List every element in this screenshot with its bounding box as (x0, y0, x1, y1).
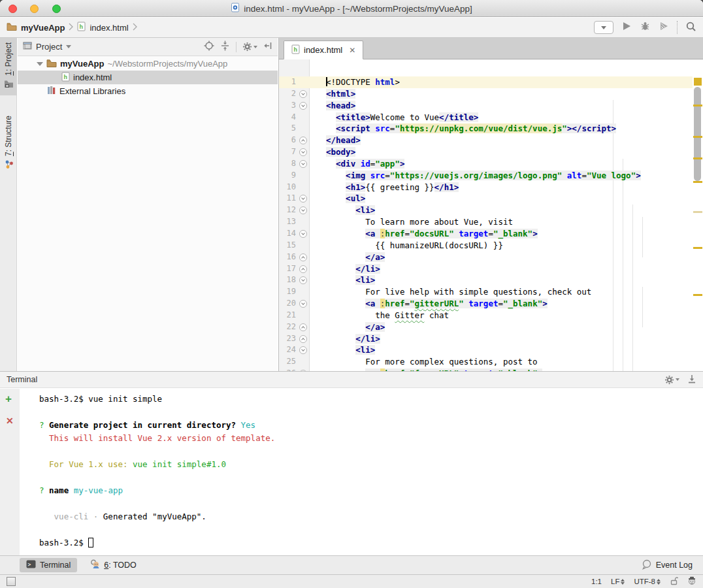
code-line[interactable]: 6</head> (279, 135, 693, 146)
fold-expand-icon[interactable] (299, 346, 307, 354)
editor-tab-bar: h index.html ✕ (278, 38, 703, 59)
scrollbar-warning-tick[interactable] (693, 105, 702, 106)
code-line[interactable]: 13 To learn more about Vue, visit (279, 216, 693, 228)
code-line[interactable]: 9 <img src="https://vuejs.org/images/log… (279, 170, 693, 182)
code-line[interactable]: 7<body> (279, 146, 693, 158)
line-number: 14 (279, 228, 296, 240)
code-line[interactable]: 11 <ul> (279, 193, 693, 204)
fold-collapse-icon[interactable] (299, 253, 307, 261)
chevron-down-icon (253, 46, 257, 48)
terminal-output[interactable]: bash-3.2$ vue init simple ? Generate pro… (20, 389, 703, 555)
gear-icon[interactable] (664, 375, 679, 385)
titlebar[interactable]: index.html - myVueApp - [~/WebstormProje… (0, 0, 703, 17)
editor-scrollbar[interactable] (693, 59, 703, 371)
code-line[interactable]: 17 </li> (279, 263, 693, 275)
close-session-icon[interactable]: ✕ (6, 416, 14, 426)
breadcrumb-project[interactable]: myVueApp (21, 23, 65, 33)
svg-text:>: > (28, 562, 31, 568)
event-log-button[interactable]: Event Log (641, 559, 693, 572)
toolwindow-quick-access-icon[interactable] (7, 577, 16, 586)
lock-icon[interactable] (670, 576, 678, 587)
scrollbar-warning-tick[interactable] (693, 247, 702, 249)
fold-collapse-icon[interactable] (299, 335, 307, 343)
fold-expand-icon[interactable] (299, 195, 307, 203)
caret-position[interactable]: 1:1 (591, 578, 602, 585)
project-tool-icon (4, 79, 14, 91)
code-line[interactable]: 20 <a :href="gitterURL" target="_blank"> (279, 298, 693, 310)
code-line[interactable]: 22 </a> (279, 321, 693, 333)
tool-window-structure[interactable]: 7: Structure (0, 111, 17, 176)
code-line[interactable]: 4 <title>Welcome to Vue</title> (279, 112, 693, 123)
svg-text:h: h (64, 74, 68, 80)
code-line[interactable]: 14 <a :href="docsURL" target="_blank"> (279, 228, 693, 240)
inspection-status-square[interactable] (694, 78, 702, 86)
tree-row-external-libraries[interactable]: External Libraries (18, 84, 278, 98)
new-session-icon[interactable]: + (5, 393, 12, 406)
editor-tab-index-html[interactable]: h index.html ✕ (284, 41, 363, 59)
inspection-profile-icon[interactable] (687, 576, 696, 587)
line-separator-selector[interactable]: LF (611, 578, 625, 585)
fold-expand-icon[interactable] (299, 276, 307, 284)
code-lines[interactable]: 1<!DOCTYPE html>2<html>3<head>4 <title>W… (279, 76, 693, 371)
coverage-icon[interactable] (659, 21, 669, 34)
chevron-down-icon (66, 45, 71, 48)
code-editor[interactable]: 1<!DOCTYPE html>2<html>3<head>4 <title>W… (278, 59, 703, 371)
code-line[interactable]: 12 <li> (279, 204, 693, 216)
tool-window-project[interactable]: 1: Project (0, 38, 17, 95)
code-line[interactable]: 24 <li> (279, 344, 693, 356)
scrollbar-warning-tick[interactable] (693, 211, 702, 213)
line-number: 9 (279, 170, 296, 182)
scrollbar-warning-tick[interactable] (693, 157, 702, 159)
scrollbar-thumb[interactable] (694, 87, 701, 181)
code-line[interactable]: 8 <div id="app"> (279, 158, 693, 170)
terminal-toolwindow-button[interactable]: > Terminal (20, 558, 77, 572)
code-line[interactable]: 5 <script src="https://unpkg.com/vue/dis… (279, 123, 693, 135)
locate-file-icon[interactable] (204, 41, 214, 53)
project-panel-header: Project (18, 38, 278, 56)
project-panel-title[interactable]: Project (23, 42, 71, 52)
tree-row-file-selected[interactable]: h index.html (18, 71, 278, 84)
status-bar: 1:1 LF UTF-8 (0, 574, 703, 588)
todo-toolwindow-button[interactable]: 6: TODO (90, 559, 137, 572)
line-number: 23 (279, 333, 296, 345)
encoding-selector[interactable]: UTF-8 (634, 578, 661, 585)
code-line[interactable]: 16 </a> (279, 252, 693, 263)
fold-expand-icon[interactable] (299, 300, 307, 308)
code-line[interactable]: 1<!DOCTYPE html> (279, 76, 693, 88)
scrollbar-warning-tick[interactable] (693, 294, 702, 296)
gear-icon[interactable] (242, 42, 257, 52)
run-configuration-dropdown[interactable] (594, 21, 613, 34)
scrollbar-warning-tick[interactable] (693, 136, 702, 138)
hide-terminal-icon[interactable] (687, 374, 696, 385)
code-line[interactable]: 19 For live help with simple questions, … (279, 286, 693, 298)
fold-expand-icon[interactable] (299, 102, 307, 110)
hide-panel-icon[interactable] (263, 41, 272, 52)
fold-expand-icon[interactable] (299, 230, 307, 238)
breadcrumb-file[interactable]: index.html (90, 23, 128, 33)
code-line[interactable]: 18 <li> (279, 274, 693, 286)
fold-collapse-icon[interactable] (299, 265, 307, 273)
code-line[interactable]: 23 </li> (279, 333, 693, 345)
search-everywhere-icon[interactable] (685, 21, 696, 35)
disclosure-triangle-icon[interactable] (37, 62, 43, 66)
fold-expand-icon[interactable] (299, 160, 307, 168)
fold-collapse-icon[interactable] (299, 323, 307, 331)
code-line[interactable]: 21 the Gitter chat (279, 310, 693, 321)
code-line[interactable]: 10 <h1>{{ greeting }}</h1> (279, 182, 693, 193)
code-line[interactable]: 3<head> (279, 100, 693, 112)
run-icon[interactable] (621, 21, 632, 34)
scrollbar-warning-tick[interactable] (693, 181, 702, 183)
terminal-header[interactable]: Terminal (0, 372, 703, 388)
fold-expand-icon[interactable] (299, 90, 307, 98)
line-number: 16 (279, 252, 296, 263)
fold-expand-icon[interactable] (299, 148, 307, 156)
tree-row-root[interactable]: myVueApp ~/WebstormProjects/myVueApp (18, 57, 278, 71)
fold-collapse-icon[interactable] (299, 137, 307, 144)
collapse-all-icon[interactable] (220, 41, 230, 53)
fold-expand-icon[interactable] (299, 206, 307, 214)
code-line[interactable]: 15 {{ humanizeURL(docsURL) }} (279, 240, 693, 252)
close-tab-icon[interactable]: ✕ (349, 46, 355, 55)
code-line[interactable]: 25 For more complex questions, post to (279, 356, 693, 368)
code-line[interactable]: 2<html> (279, 88, 693, 100)
debug-bug-icon[interactable] (640, 21, 651, 34)
